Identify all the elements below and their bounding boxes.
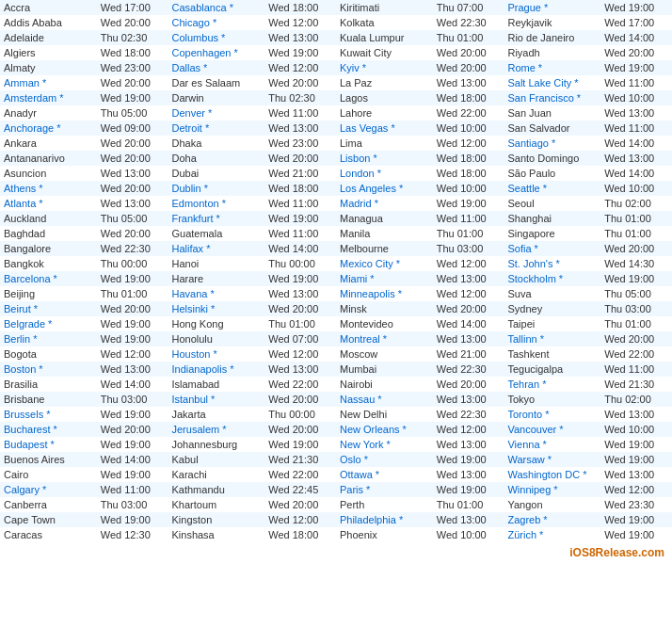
city-cell[interactable]: Sofia * <box>504 241 600 256</box>
city-cell[interactable]: Madrid * <box>336 196 433 211</box>
city-cell[interactable]: Warsaw * <box>504 452 600 467</box>
city-cell[interactable]: Santiago * <box>504 136 600 151</box>
city-cell[interactable]: Las Vegas * <box>336 121 433 136</box>
city-cell[interactable]: Havana * <box>168 286 264 301</box>
city-cell: Islamabad <box>168 377 264 392</box>
time-cell: Wed 14:00 <box>600 166 672 181</box>
city-cell[interactable]: Chicago * <box>168 15 264 30</box>
city-cell[interactable]: Winnipeg * <box>504 482 600 497</box>
table-row: Budapest *Wed 19:00JohannesburgWed 19:00… <box>0 437 672 452</box>
city-cell[interactable]: Dublin * <box>168 181 264 196</box>
city-cell[interactable]: Copenhagen * <box>168 45 264 60</box>
city-cell[interactable]: Rome * <box>504 60 600 75</box>
city-cell[interactable]: Salt Lake City * <box>504 75 600 90</box>
table-row: AnadyrThu 05:00Denver *Wed 11:00LahoreWe… <box>0 105 672 121</box>
city-cell[interactable]: Houston * <box>168 346 264 362</box>
city-cell[interactable]: Barcelona * <box>0 271 97 286</box>
city-cell[interactable]: Casablanca * <box>168 0 264 15</box>
time-cell: Wed 20:00 <box>433 60 504 75</box>
table-row: Athens *Wed 20:00Dublin *Wed 18:00Los An… <box>0 181 672 196</box>
city-cell: Managua <box>336 211 433 226</box>
city-cell[interactable]: Mexico City * <box>336 256 433 271</box>
city-cell[interactable]: Philadelphia * <box>336 512 433 527</box>
time-cell: Thu 00:00 <box>97 256 168 271</box>
city-cell[interactable]: Washington DC * <box>504 467 600 482</box>
city-cell: Rio de Janeiro <box>504 30 600 45</box>
city-cell[interactable]: Atlanta * <box>0 196 97 211</box>
city-cell[interactable]: Anchorage * <box>0 121 97 136</box>
city-cell[interactable]: Indianapolis * <box>168 362 264 377</box>
city-cell[interactable]: Paris * <box>336 482 433 497</box>
time-cell: Wed 19:00 <box>97 407 168 422</box>
city-cell[interactable]: Miami * <box>336 271 433 286</box>
city-cell[interactable]: Oslo * <box>336 452 433 467</box>
table-row: Brussels *Wed 19:00JakartaThu 00:00New D… <box>0 407 672 422</box>
city-cell[interactable]: Tallinn * <box>504 331 600 346</box>
city-cell[interactable]: Zagreb * <box>504 512 600 527</box>
city-cell[interactable]: Kyiv * <box>336 60 433 75</box>
city-cell[interactable]: Ottawa * <box>336 467 433 482</box>
city-cell[interactable]: Vienna * <box>504 437 600 452</box>
city-cell[interactable]: Denver * <box>168 105 264 121</box>
city-cell[interactable]: New York * <box>336 437 433 452</box>
city-cell[interactable]: Prague * <box>504 0 600 15</box>
time-cell: Thu 00:00 <box>264 256 336 271</box>
time-cell: Wed 18:00 <box>264 527 336 542</box>
city-cell: Antananarivo <box>0 151 97 166</box>
city-cell[interactable]: Berlin * <box>0 331 97 346</box>
time-cell: Wed 19:00 <box>264 271 336 286</box>
city-cell[interactable]: Nassau * <box>336 392 433 407</box>
city-cell[interactable]: Athens * <box>0 181 97 196</box>
city-cell[interactable]: Boston * <box>0 362 97 377</box>
city-cell: Canberra <box>0 497 97 512</box>
city-cell[interactable]: Jerusalem * <box>168 422 264 437</box>
time-cell: Wed 22:30 <box>433 362 504 377</box>
city-cell: Adelaide <box>0 30 97 45</box>
city-cell[interactable]: Columbus * <box>168 30 264 45</box>
city-cell[interactable]: Bucharest * <box>0 422 97 437</box>
time-cell: Wed 21:30 <box>264 452 336 467</box>
city-cell[interactable]: Halifax * <box>168 241 264 256</box>
city-cell[interactable]: Amman * <box>0 75 97 90</box>
city-cell[interactable]: Budapest * <box>0 437 97 452</box>
city-cell[interactable]: Montreal * <box>336 331 433 346</box>
city-cell: Asuncion <box>0 166 97 181</box>
time-cell: Wed 18:00 <box>433 166 504 181</box>
city-cell[interactable]: St. John's * <box>504 256 600 271</box>
city-cell: Dubai <box>168 166 264 181</box>
city-cell[interactable]: Stockholm * <box>504 271 600 286</box>
city-cell[interactable]: Brussels * <box>0 407 97 422</box>
city-cell[interactable]: Seattle * <box>504 181 600 196</box>
time-cell: Wed 14:00 <box>600 136 672 151</box>
city-cell[interactable]: Calgary * <box>0 482 97 497</box>
time-cell: Wed 13:00 <box>264 121 336 136</box>
city-cell[interactable]: Beirut * <box>0 301 97 316</box>
table-row: AucklandThu 05:00Frankfurt *Wed 19:00Man… <box>0 211 672 226</box>
table-row: CanberraThu 03:00KhartoumWed 20:00PerthT… <box>0 497 672 512</box>
city-cell[interactable]: Los Angeles * <box>336 181 433 196</box>
city-cell[interactable]: Helsinki * <box>168 301 264 316</box>
city-cell[interactable]: Toronto * <box>504 407 600 422</box>
time-cell: Thu 00:00 <box>264 407 336 422</box>
city-cell[interactable]: Frankfurt * <box>168 211 264 226</box>
time-cell: Wed 22:00 <box>433 105 504 121</box>
time-cell: Wed 19:00 <box>264 45 336 60</box>
city-cell[interactable]: Edmonton * <box>168 196 264 211</box>
city-cell[interactable]: San Francisco * <box>504 90 600 105</box>
city-cell[interactable]: Belgrade * <box>0 316 97 331</box>
city-cell[interactable]: Vancouver * <box>504 422 600 437</box>
table-row: Amman *Wed 20:00Dar es SalaamWed 20:00La… <box>0 75 672 90</box>
city-cell[interactable]: Amsterdam * <box>0 90 97 105</box>
city-cell[interactable]: Zürich * <box>504 527 600 542</box>
city-cell[interactable]: Detroit * <box>168 121 264 136</box>
city-cell[interactable]: New Orleans * <box>336 422 433 437</box>
city-cell[interactable]: Tehran * <box>504 377 600 392</box>
city-cell[interactable]: Dallas * <box>168 60 264 75</box>
time-cell: Wed 20:00 <box>433 45 504 60</box>
city-cell[interactable]: London * <box>336 166 433 181</box>
city-cell[interactable]: Lisbon * <box>336 151 433 166</box>
city-cell[interactable]: Istanbul * <box>168 392 264 407</box>
table-row: CaracasWed 12:30KinshasaWed 18:00Phoenix… <box>0 527 672 542</box>
city-cell[interactable]: Minneapolis * <box>336 286 433 301</box>
time-cell: Wed 10:00 <box>600 422 672 437</box>
